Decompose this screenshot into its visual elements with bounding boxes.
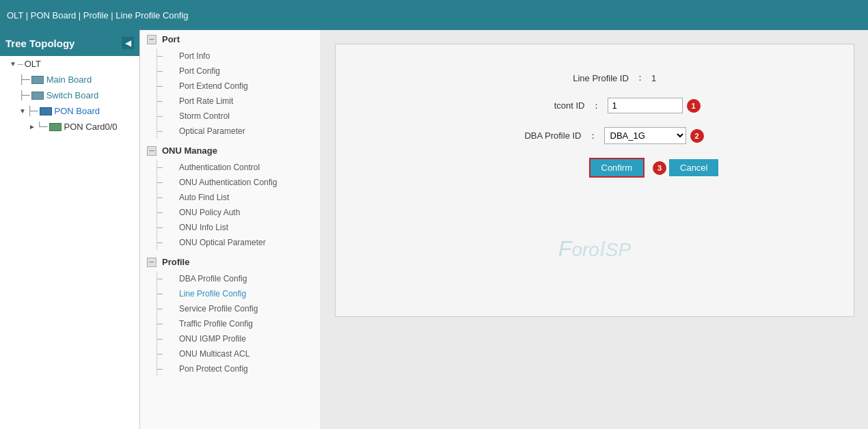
header: OLT | PON Board | Profile | Line Profile…	[0, 0, 868, 30]
tree-line: ├─	[19, 90, 30, 100]
pon-board-label[interactable]: PON Board	[55, 106, 100, 116]
nav-item-onu-optical-parameter[interactable]: ONU Optical Parameter	[157, 235, 321, 250]
collapse-icon-onu: ─	[147, 146, 157, 156]
nav-item-port-rate-limit[interactable]: Port Rate Limit	[157, 94, 321, 109]
tree-line: └─	[37, 122, 48, 132]
nav-item-service-profile-config[interactable]: Service Profile Config	[157, 301, 321, 316]
nav-item-port-config[interactable]: Port Config	[157, 64, 321, 79]
switch-board-icon	[31, 92, 44, 100]
nav-section-onu-header[interactable]: ─ ONU Manage	[140, 141, 321, 160]
sidebar-title: Tree Topology	[5, 38, 74, 49]
expand-icon: ►	[29, 123, 36, 130]
nav-section-onu-manage: ─ ONU Manage Authentication Control ONU …	[140, 141, 321, 250]
form-panel: Line Profile ID ： 1 tcont ID ： 1 DBA Pro…	[335, 44, 854, 317]
cancel-button[interactable]: Cancel	[669, 159, 718, 176]
confirm-button[interactable]: Confirm	[589, 158, 645, 178]
line-profile-id-value: 1	[651, 73, 656, 83]
tree-connector: ─	[18, 60, 23, 68]
nav-section-port-label: Port	[162, 34, 180, 44]
olt-label: OLT	[25, 59, 41, 69]
nav-item-storm-control[interactable]: Storm Control	[157, 109, 321, 124]
sidebar-item-switch-board[interactable]: ├─ Switch Board	[0, 87, 139, 103]
tcont-id-input[interactable]	[608, 98, 683, 113]
tcont-id-row: tcont ID ： 1	[349, 98, 840, 113]
nav-item-pon-protect-config[interactable]: Pon Protect Config	[157, 361, 321, 376]
nav-item-traffic-profile-config[interactable]: Traffic Profile Config	[157, 316, 321, 331]
main-board-label[interactable]: Main Board	[46, 74, 92, 85]
sidebar-item-pon-board[interactable]: ▼ ├─ PON Board	[0, 103, 139, 119]
nav-section-port: ─ Port Port Info Port Config Port Extend…	[140, 30, 321, 139]
layout: Tree Topology ◀ ▼ ─ OLT ├─ Main Board ├─…	[0, 30, 868, 429]
pon-card-label: PON Card0/0	[64, 122, 118, 132]
line-profile-id-label: Line Profile ID	[533, 73, 629, 83]
pon-board-icon	[40, 107, 52, 115]
sidebar: Tree Topology ◀ ▼ ─ OLT ├─ Main Board ├─…	[0, 30, 140, 429]
dba-profile-id-row: DBA Profile ID ： DBA_1G DBA_100M DBA_512…	[349, 127, 840, 144]
badge-2: 2	[690, 129, 704, 143]
tcont-id-colon: ：	[592, 100, 601, 112]
collapse-icon-profile: ─	[147, 258, 157, 267]
dba-profile-id-colon: ：	[588, 130, 597, 142]
sidebar-item-pon-card[interactable]: ► └─ PON Card0/0	[0, 119, 139, 135]
nav-item-auth-control[interactable]: Authentication Control	[157, 160, 321, 175]
nav-item-auto-find-list[interactable]: Auto Find List	[157, 190, 321, 205]
sidebar-item-olt[interactable]: ▼ ─ OLT	[0, 56, 139, 72]
dba-profile-id-label: DBA Profile ID	[486, 130, 582, 141]
expand-icon: ▼	[19, 107, 26, 115]
expand-icon: ▼	[10, 60, 16, 68]
tcont-id-label: tcont ID	[489, 100, 585, 111]
nav-section-profile-header[interactable]: ─ Profile	[140, 253, 321, 271]
breadcrumb-olt[interactable]: OLT	[7, 10, 23, 20]
badge-3: 3	[653, 161, 666, 175]
sidebar-collapse-button[interactable]: ◀	[122, 37, 134, 49]
tree-line: ├─	[27, 106, 38, 116]
dba-profile-id-select[interactable]: DBA_1G DBA_100M DBA_512K	[604, 127, 686, 144]
breadcrumb-sep1: |	[26, 10, 31, 20]
nav-section-profile: ─ Profile DBA Profile Config Line Profil…	[140, 253, 321, 376]
switch-board-label[interactable]: Switch Board	[46, 90, 99, 100]
nav-section-onu-label: ONU Manage	[162, 146, 217, 156]
buttons-container: Confirm 3 Cancel	[589, 158, 719, 178]
breadcrumb-profile[interactable]: Profile	[83, 10, 109, 20]
nav-item-port-info[interactable]: Port Info	[157, 49, 321, 64]
nav-item-onu-auth-config[interactable]: ONU Authentication Config	[157, 175, 321, 190]
breadcrumb-sep2: |	[79, 10, 83, 20]
nav-section-profile-label: Profile	[162, 257, 189, 267]
nav-item-dba-profile-config[interactable]: DBA Profile Config	[157, 271, 321, 286]
breadcrumb-pon-board[interactable]: PON Board	[31, 10, 76, 20]
nav-item-port-extend-config[interactable]: Port Extend Config	[157, 79, 321, 94]
main-board-icon	[31, 76, 44, 84]
middle-nav: ─ Port Port Info Port Config Port Extend…	[140, 30, 321, 429]
nav-item-line-profile-config[interactable]: Line Profile Config	[157, 286, 321, 301]
tree-line: ├─	[19, 74, 30, 85]
nav-section-port-header[interactable]: ─ Port	[140, 30, 321, 49]
breadcrumb: OLT | PON Board | Profile | Line Profile…	[7, 10, 189, 20]
watermark: ForoISP	[558, 236, 631, 262]
nav-item-onu-multicast-acl[interactable]: ONU Multicast ACL	[157, 346, 321, 361]
collapse-icon-port: ─	[147, 35, 157, 44]
nav-item-onu-info-list[interactable]: ONU Info List	[157, 220, 321, 235]
nav-item-onu-igmp-profile[interactable]: ONU IGMP Profile	[157, 331, 321, 346]
nav-item-optical-parameter[interactable]: Optical Parameter	[157, 124, 321, 139]
nav-item-onu-policy-auth[interactable]: ONU Policy Auth	[157, 205, 321, 220]
pon-card-icon	[49, 123, 62, 131]
badge-1: 1	[687, 99, 701, 113]
buttons-row: ： Confirm 3 Cancel	[349, 158, 840, 178]
sidebar-item-main-board[interactable]: ├─ Main Board	[0, 72, 139, 87]
main-content: Line Profile ID ： 1 tcont ID ： 1 DBA Pro…	[321, 30, 868, 429]
sidebar-header: Tree Topology ◀	[0, 30, 139, 56]
line-profile-id-row: Line Profile ID ： 1	[349, 72, 840, 84]
line-profile-id-colon: ：	[636, 72, 645, 84]
breadcrumb-page: Line Profile Config	[116, 10, 188, 20]
